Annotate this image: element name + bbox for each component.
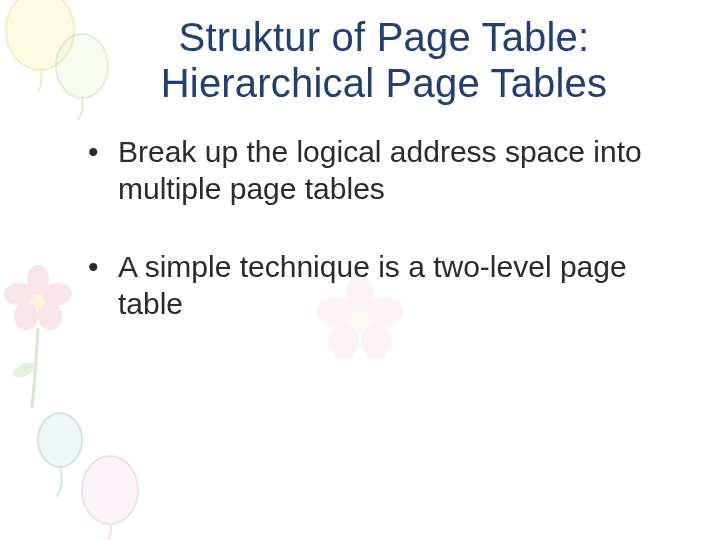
bullet-item: Break up the logical address space into …	[88, 134, 680, 207]
bullet-item: A simple technique is a two-level page t…	[88, 249, 680, 322]
slide-title: Struktur of Page Table: Hierarchical Pag…	[88, 14, 680, 106]
slide-body: Break up the logical address space into …	[88, 134, 680, 322]
slide: Struktur of Page Table: Hierarchical Pag…	[0, 0, 720, 540]
